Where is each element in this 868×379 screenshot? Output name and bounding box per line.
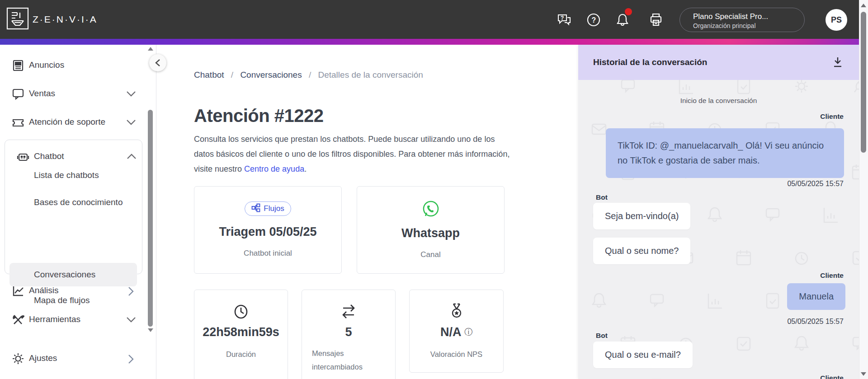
duration-value: 22h58min59s [194, 325, 288, 339]
nps-value: N/A [440, 325, 461, 339]
chevron-right-icon [127, 286, 134, 299]
sidebar-item-label: Ajustes [29, 353, 57, 363]
conversation-history-panel: Historial de la conversación [578, 45, 859, 379]
sidebar-item-bases-de-conocimiento[interactable]: Bases de conocimiento [34, 197, 123, 207]
description-period: . [304, 164, 307, 173]
breadcrumb: Chatbot / Conversaciones / Detalles de l… [194, 70, 423, 80]
chat-panel-header: Historial de la conversación [578, 45, 859, 80]
flow-badge-label: Flujos [264, 204, 284, 213]
chat-body: Inicio de la conversación Cliente TikTok… [578, 80, 859, 379]
channel-card: Whatsapp Canal [357, 186, 505, 274]
sender-label-bot: Bot [596, 193, 608, 201]
sidebar-item-anuncios[interactable]: Anuncios [0, 55, 145, 76]
chat-watermark [578, 80, 859, 379]
duration-label: Duración [194, 350, 288, 359]
exchange-arrows-icon [302, 303, 395, 320]
download-icon[interactable] [831, 56, 845, 69]
analytics-chart-icon [12, 285, 24, 297]
description-text: Consulta los servicios que prestan los c… [194, 135, 509, 173]
flow-card: Flujos Triagem 05/05/25 Chatbot inicial [194, 186, 342, 274]
sidebar-item-atencion-de-soporte[interactable]: Atención de soporte [0, 112, 145, 133]
breadcrumb-current: Detalles de la conversación [318, 70, 423, 80]
sidebar-item-lista-de-chatbots[interactable]: Lista de chatbots [34, 170, 99, 180]
sidebar-item-conversaciones[interactable]: Conversaciones [34, 270, 95, 280]
announcement-icon [12, 59, 24, 72]
conversation-start-label: Inicio de la conversación [578, 97, 859, 105]
sender-label-cliente: Cliente [820, 374, 844, 379]
page-description: Consulta los servicios que prestan los c… [194, 132, 510, 177]
user-avatar[interactable]: PS [826, 9, 847, 31]
sidebar-scroll-up-arrow[interactable] [148, 47, 153, 51]
channel-title: Whatsapp [357, 226, 504, 240]
sidebar-item-analisis[interactable]: Análisis [0, 281, 145, 301]
chat-bubble-icon [12, 88, 24, 100]
sender-label-cliente: Cliente [820, 112, 844, 121]
sidebar-item-chatbot[interactable]: Chatbot [5, 146, 150, 167]
message-text: Manuela [799, 291, 834, 301]
chevron-right-icon [127, 354, 134, 366]
sidebar: Anuncios Ventas Atención de soporte [0, 45, 156, 379]
nps-label: Valoración NPS [410, 350, 503, 359]
message-text: Qual o seu nome? [605, 246, 679, 256]
sidebar-item-label: Anuncios [29, 60, 64, 70]
bot-message-bubble: Qual o seu nome? [593, 238, 690, 264]
help-center-link[interactable]: Centro de ayuda [244, 164, 304, 173]
flow-icon [251, 203, 260, 215]
sidebar-item-herramientas[interactable]: Herramientas [0, 309, 145, 330]
duration-card: 22h58min59s Duración [194, 290, 288, 379]
gear-icon [12, 352, 24, 365]
messages-label: Mensajes intercambiados [302, 346, 379, 374]
sidebar-scroll-down-arrow[interactable] [148, 328, 153, 332]
message-timestamp: 05/05/2025 15:57 [787, 180, 844, 188]
robot-icon [17, 150, 29, 163]
sender-label-bot: Bot [596, 332, 608, 340]
bot-message-bubble: Seja bem-vindo(a) [593, 203, 690, 229]
breadcrumb-separator: / [231, 70, 233, 80]
sidebar-item-label: Análisis [29, 285, 58, 295]
client-message-bubble: Manuela [787, 283, 845, 310]
plan-selector[interactable]: Plano Specialist Pro... Organización pri… [679, 8, 805, 32]
nps-card: N/A ⓘ Valoración NPS [409, 290, 504, 373]
whatsapp-icon [357, 200, 504, 219]
flow-title: Triagem 05/05/25 [194, 225, 341, 239]
sidebar-scrollbar-thumb[interactable] [148, 110, 153, 327]
flow-badge[interactable]: Flujos [245, 201, 291, 216]
sender-label-cliente: Cliente [820, 271, 844, 280]
client-message-bubble: TikTok ID: @_manuelacarvalh_ Olá! Vi seu… [606, 128, 844, 178]
breadcrumb-conversaciones[interactable]: Conversaciones [240, 70, 302, 80]
chevron-down-icon [126, 119, 137, 127]
channel-subtitle: Canal [357, 250, 504, 259]
ticket-icon [12, 116, 24, 129]
sidebar-item-ajustes[interactable]: Ajustes [0, 348, 145, 369]
message-text: TikTok ID: @_manuelacarvalh_ Olá! Vi seu… [618, 140, 824, 165]
sidebar-item-ventas[interactable]: Ventas [0, 84, 145, 104]
nps-value-row: N/A ⓘ [410, 325, 503, 339]
main-content: Chatbot / Conversaciones / Detalles de l… [156, 45, 578, 379]
avatar-initials: PS [831, 15, 842, 25]
page-scroll-up-arrow[interactable] [861, 4, 866, 7]
info-icon[interactable]: ⓘ [464, 328, 472, 337]
sidebar-item-label: Ventas [29, 89, 55, 98]
zenvia-logo-icon [6, 7, 29, 32]
sidebar-item-label: Herramientas [29, 314, 80, 324]
page-scroll-down-arrow[interactable] [861, 372, 866, 376]
flow-subtitle: Chatbot inicial [194, 249, 341, 258]
print-icon[interactable] [648, 12, 664, 28]
chevron-up-icon [126, 153, 137, 162]
chat-question-icon[interactable]: ? [557, 12, 572, 28]
brand-gradient-bar [0, 39, 868, 45]
message-text: Qual o seu e-mail? [605, 350, 681, 360]
bot-message-bubble: Qual o seu e-mail? [593, 342, 693, 368]
plan-organization: Organización principal [693, 22, 756, 29]
breadcrumb-chatbot[interactable]: Chatbot [194, 70, 224, 80]
sidebar-collapse-button[interactable] [149, 54, 166, 71]
message-timestamp: 05/05/2025 15:57 [787, 318, 844, 326]
app-screen: Z·E·N·V·I·A ? ? [0, 0, 868, 379]
sidebar-item-label: Chatbot [34, 151, 64, 161]
tools-icon [12, 313, 24, 326]
help-icon[interactable]: ? [586, 12, 601, 28]
plan-name: Plano Specialist Pro... [693, 12, 768, 21]
page-scrollbar-thumb[interactable] [861, 12, 866, 153]
sidebar-item-label: Atención de soporte [29, 117, 105, 127]
svg-text:?: ? [561, 15, 564, 21]
